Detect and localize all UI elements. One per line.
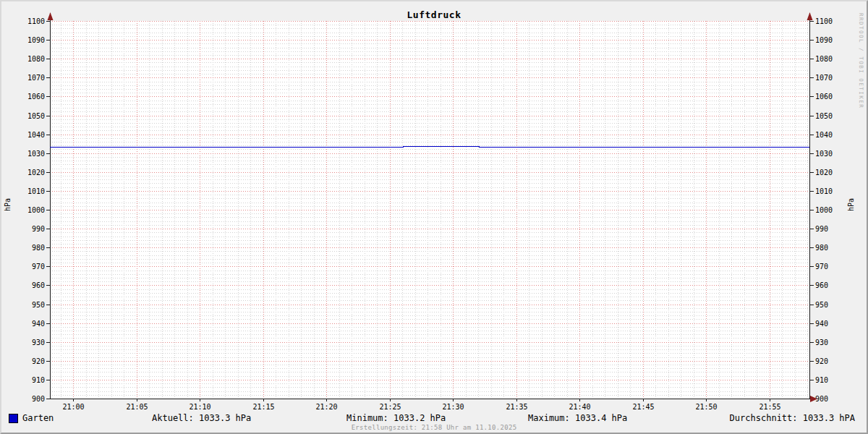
svg-text:1040: 1040: [27, 131, 45, 139]
svg-text:940: 940: [815, 320, 828, 328]
svg-text:21:10: 21:10: [189, 403, 210, 411]
svg-text:1030: 1030: [27, 150, 45, 158]
svg-text:990: 990: [32, 225, 45, 233]
rrdtool-watermark: RRDTOOL / TOBI OETIKER: [858, 13, 864, 109]
svg-text:1000: 1000: [815, 206, 833, 214]
svg-text:21:05: 21:05: [126, 403, 148, 411]
y-axis-label-left: hPa: [4, 198, 12, 211]
svg-text:1090: 1090: [815, 36, 833, 44]
svg-text:920: 920: [32, 357, 45, 365]
y-axis-label-right: hPa: [847, 198, 855, 211]
svg-text:1060: 1060: [27, 93, 45, 101]
svg-text:1030: 1030: [815, 150, 833, 158]
svg-text:1050: 1050: [815, 112, 833, 120]
svg-text:1050: 1050: [27, 112, 45, 120]
svg-text:1100: 1100: [27, 17, 45, 25]
svg-text:21:50: 21:50: [695, 403, 717, 411]
svg-text:1040: 1040: [815, 131, 833, 139]
svg-text:21:25: 21:25: [379, 403, 401, 411]
svg-text:1090: 1090: [27, 36, 45, 44]
svg-text:960: 960: [32, 281, 45, 289]
svg-text:970: 970: [32, 263, 45, 271]
rrdtool-graph: Luftdruck 900900910910920920930930940940…: [0, 0, 868, 434]
svg-text:1020: 1020: [27, 169, 45, 176]
svg-text:910: 910: [32, 376, 45, 384]
svg-text:1070: 1070: [815, 74, 833, 82]
svg-text:1070: 1070: [27, 74, 45, 82]
svg-text:21:35: 21:35: [506, 403, 527, 411]
svg-text:21:15: 21:15: [252, 403, 274, 411]
svg-text:1010: 1010: [815, 187, 833, 195]
svg-text:1080: 1080: [27, 55, 45, 63]
svg-text:990: 990: [815, 225, 828, 233]
svg-text:900: 900: [32, 395, 45, 403]
svg-text:950: 950: [815, 301, 828, 309]
svg-text:1010: 1010: [27, 187, 45, 195]
svg-text:1100: 1100: [815, 17, 833, 25]
svg-text:930: 930: [32, 339, 45, 346]
svg-text:21:20: 21:20: [315, 403, 337, 411]
svg-text:21:55: 21:55: [759, 403, 780, 411]
chart-canvas: 9009009109109209209309309409409509509609…: [1, 1, 868, 434]
creation-timestamp: Erstellungszeit: 21:58 Uhr am 11.10.2025: [1, 424, 867, 431]
svg-text:950: 950: [32, 301, 45, 309]
svg-text:920: 920: [815, 357, 828, 365]
svg-text:1000: 1000: [27, 206, 45, 214]
svg-text:980: 980: [32, 244, 45, 252]
svg-text:970: 970: [815, 263, 828, 271]
svg-text:930: 930: [815, 339, 828, 346]
svg-text:21:45: 21:45: [632, 403, 654, 411]
svg-text:21:00: 21:00: [62, 403, 84, 411]
svg-text:1060: 1060: [815, 93, 833, 101]
svg-text:980: 980: [815, 244, 828, 252]
svg-text:1020: 1020: [815, 169, 833, 176]
svg-text:1080: 1080: [815, 55, 833, 63]
svg-text:21:30: 21:30: [442, 403, 464, 411]
svg-text:910: 910: [815, 376, 828, 384]
svg-text:960: 960: [815, 281, 828, 289]
svg-text:940: 940: [32, 320, 45, 328]
svg-text:21:40: 21:40: [569, 403, 590, 411]
